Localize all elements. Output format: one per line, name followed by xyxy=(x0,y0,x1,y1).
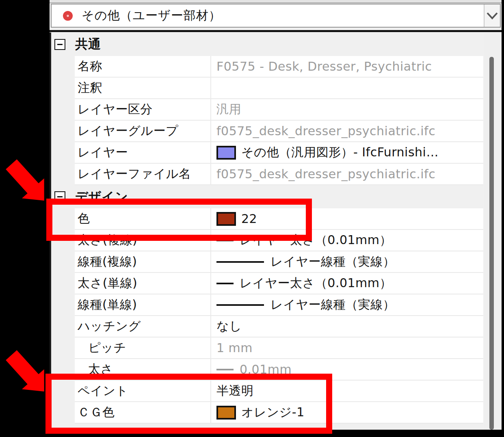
row-value: f0575_desk_dresser_psychiatric.ifc xyxy=(216,124,435,138)
panel-top-strip xyxy=(50,0,502,3)
line-width-icon xyxy=(216,283,234,284)
combobox-dropdown-button[interactable] xyxy=(484,4,500,27)
highlight-box-color-row xyxy=(46,199,312,241)
section-title: 共通 xyxy=(75,36,101,53)
combobox-value: その他（ユーザー部材） xyxy=(82,7,221,24)
row-label: 線種(複線) xyxy=(78,253,137,270)
line-style-icon xyxy=(216,304,264,306)
row-label: ピッチ xyxy=(88,340,126,356)
chevron-down-icon xyxy=(485,11,499,21)
row-annotation[interactable]: 注釈 xyxy=(51,78,483,99)
row-value: 汎用 xyxy=(216,101,241,118)
row-label: 注釈 xyxy=(78,80,102,96)
element-type-combobox[interactable]: その他（ユーザー部材） xyxy=(51,4,501,28)
row-layer-category[interactable]: レイヤー区分 汎用 xyxy=(51,99,483,121)
row-linetype-single[interactable]: 線種(単線) レイヤー線種（実線） xyxy=(51,294,483,316)
line-width-icon xyxy=(216,369,234,370)
scrollbar-track[interactable] xyxy=(484,32,502,430)
row-label: 名称 xyxy=(78,58,102,75)
combobox-field[interactable]: その他（ユーザー部材） xyxy=(52,4,484,27)
row-layer-filename[interactable]: レイヤーファイル名 f0575_desk_dresser_psychiatric… xyxy=(51,164,483,185)
red-arrow-icon xyxy=(2,348,45,395)
row-label: 線種(単線) xyxy=(78,296,137,313)
red-dot-icon xyxy=(63,11,73,21)
row-label: ハッチング xyxy=(78,318,141,335)
screenshot-canvas: その他（ユーザー部材） 共通 名称 F0575 - Desk, Dresser,… xyxy=(0,0,504,437)
row-label: レイヤー区分 xyxy=(78,101,153,118)
row-pitch[interactable]: ピッチ 1 mm xyxy=(51,337,483,359)
row-value: なし xyxy=(216,318,242,335)
collapse-minus-icon[interactable] xyxy=(54,39,65,50)
row-value: レイヤー線種（実線） xyxy=(270,296,395,313)
scrollbar-thumb[interactable] xyxy=(489,57,494,430)
row-label: レイヤーファイル名 xyxy=(78,166,191,182)
row-value: F0575 - Desk, Dresser, Psychiatric xyxy=(216,59,432,74)
row-layer-group[interactable]: レイヤーグループ f0575_desk_dresser_psychiatric.… xyxy=(51,121,483,142)
section-header-common: 共通 xyxy=(51,32,502,56)
row-layer[interactable]: レイヤー その他（汎用図形）- IfcFurnishi… xyxy=(51,142,483,164)
row-value: レイヤー線種（実線） xyxy=(270,253,395,270)
panel-divider xyxy=(50,30,502,32)
row-value: 1 mm xyxy=(216,341,253,355)
row-value: レイヤー太さ（0.01mm） xyxy=(240,275,392,292)
highlight-box-paint-cg-rows xyxy=(45,374,332,434)
red-arrow-icon xyxy=(2,158,45,204)
row-name[interactable]: 名称 F0575 - Desk, Dresser, Psychiatric xyxy=(51,56,483,78)
layer-color-swatch xyxy=(216,146,236,160)
row-value: その他（汎用図形）- IfcFurnishi… xyxy=(241,144,439,161)
line-style-icon xyxy=(216,261,264,263)
row-label: レイヤー xyxy=(78,144,128,161)
row-hatching[interactable]: ハッチング なし xyxy=(51,316,483,337)
row-label: 太さ(単線) xyxy=(78,275,137,292)
row-linetype-multi[interactable]: 線種(複線) レイヤー線種（実線） xyxy=(51,251,483,273)
row-value: f0575_desk_dresser_psychiatric.ifc xyxy=(216,167,435,181)
row-width-single[interactable]: 太さ(単線) レイヤー太さ（0.01mm） xyxy=(51,273,483,294)
row-label: レイヤーグループ xyxy=(78,123,178,139)
